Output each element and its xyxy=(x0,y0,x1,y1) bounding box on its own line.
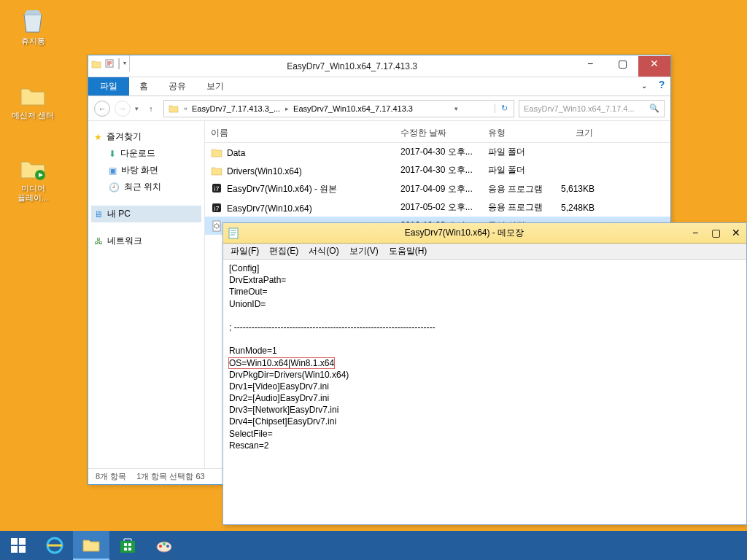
nav-favorites[interactable]: ★즐겨찾기 xyxy=(91,128,201,145)
svg-rect-9 xyxy=(11,538,18,545)
menu-help[interactable]: 도움말(H) xyxy=(389,245,427,257)
menu-edit[interactable]: 편집(E) xyxy=(269,245,298,257)
explorer-ribbon: 파일 홈 공유 보기 ⌄ ? xyxy=(88,77,670,96)
network-icon: 🖧 xyxy=(94,236,103,246)
notepad-titlebar[interactable]: EasyDrv7(Win10.x64) - 메모장 − ▢ ✕ xyxy=(223,223,746,244)
col-name[interactable]: 이름 xyxy=(205,124,395,142)
desktop-icon: ▣ xyxy=(109,166,117,176)
svg-rect-8 xyxy=(229,228,238,238)
nav-desktop[interactable]: ▣바탕 화면 xyxy=(91,162,201,179)
up-button[interactable]: ↑ xyxy=(143,101,159,117)
taskbar-ie[interactable] xyxy=(36,531,73,560)
menu-file[interactable]: 파일(F) xyxy=(231,245,259,257)
svg-rect-16 xyxy=(128,543,131,546)
folder-small-icon xyxy=(91,58,101,69)
pc-icon: 🖥 xyxy=(94,209,103,219)
explorer-nav: ← → ▾ ↑ « EasyDrv7_7.17.413.3_... ▸ Easy… xyxy=(88,96,670,121)
np-close-button[interactable]: ✕ xyxy=(726,225,746,241)
notepad-menubar: 파일(F) 편집(E) 서식(O) 보기(V) 도움말(H) xyxy=(223,244,746,260)
explorer-titlebar[interactable]: | ▾ EasyDrv7_Win10.x64_7.17.413.3 − ▢ ✕ xyxy=(88,55,670,77)
breadcrumb-seg-0[interactable]: EasyDrv7_7.17.413.3_... xyxy=(187,104,285,113)
svg-text:i7: i7 xyxy=(214,185,219,192)
svg-rect-12 xyxy=(19,546,26,553)
recycle-bin-icon xyxy=(18,6,47,35)
ribbon-tab-home[interactable]: 홈 xyxy=(129,77,158,96)
refresh-button[interactable]: ↻ xyxy=(495,104,514,113)
svg-rect-15 xyxy=(124,543,127,546)
nav-recent[interactable]: 🕘최근 위치 xyxy=(91,179,201,195)
folder-icon xyxy=(18,80,47,109)
ribbon-tab-view[interactable]: 보기 xyxy=(196,77,234,96)
taskbar-store[interactable] xyxy=(109,531,146,560)
np-maximize-button[interactable]: ▢ xyxy=(705,225,726,241)
notepad-icon xyxy=(228,228,239,239)
taskbar-explorer[interactable] xyxy=(73,531,109,560)
taskbar-paint[interactable] xyxy=(146,531,182,560)
col-type[interactable]: 유형 xyxy=(482,124,555,142)
menu-view[interactable]: 보기(V) xyxy=(349,245,379,257)
status-count: 8개 항목 xyxy=(96,471,126,482)
list-row[interactable]: Data 2017-04-30 오후... 파일 폴더 xyxy=(205,143,670,161)
notepad-title: EasyDrv7(Win10.x64) - 메모장 xyxy=(244,227,685,239)
svg-rect-11 xyxy=(11,546,18,553)
minimize-button[interactable]: − xyxy=(574,56,606,77)
highlighted-os-line: OS=Win10.x64|Win8.1.x64 xyxy=(229,358,334,368)
qat-separator: | xyxy=(117,57,120,70)
notepad-window: EasyDrv7(Win10.x64) - 메모장 − ▢ ✕ 파일(F) 편집… xyxy=(222,222,747,525)
svg-rect-10 xyxy=(19,538,26,545)
forward-button[interactable]: → xyxy=(115,101,131,117)
folder-path-icon xyxy=(169,103,179,113)
svg-rect-18 xyxy=(128,548,131,551)
address-bar[interactable]: « EasyDrv7_7.17.413.3_... ▸ EasyDrv7_Win… xyxy=(163,100,514,117)
svg-point-22 xyxy=(166,545,169,548)
search-box[interactable]: EasyDrv7_Win10.x64_7.17.4... 🔍 xyxy=(519,100,665,117)
ini-icon xyxy=(211,220,222,232)
svg-text:i7: i7 xyxy=(214,205,219,212)
svg-point-21 xyxy=(163,542,166,545)
maximize-button[interactable]: ▢ xyxy=(606,56,638,77)
np-minimize-button[interactable]: − xyxy=(685,225,705,241)
svg-point-20 xyxy=(159,545,162,548)
list-row[interactable]: i7EasyDrv7(Win10.x64) 2017-05-02 오후... 응… xyxy=(205,198,670,217)
ribbon-expand-icon[interactable]: ⌄ xyxy=(635,77,653,96)
recent-locations-button[interactable]: ▾ xyxy=(135,105,139,112)
exe-icon: i7 xyxy=(211,202,222,214)
nav-this-pc[interactable]: 🖥내 PC xyxy=(91,206,201,222)
list-row[interactable]: i7EasyDrv7(Win10.x64) - 원본 2017-04-09 오후… xyxy=(205,179,670,198)
svg-rect-17 xyxy=(124,548,127,551)
exe-icon: i7 xyxy=(211,182,222,194)
search-icon: 🔍 xyxy=(649,104,659,113)
status-selection: 1개 항목 선택함 63 xyxy=(136,471,205,482)
downloads-icon: ⬇ xyxy=(109,149,116,159)
col-size[interactable]: 크기 xyxy=(555,124,599,142)
col-date[interactable]: 수정한 날짜 xyxy=(395,124,482,142)
close-button[interactable]: ✕ xyxy=(638,56,670,77)
svg-rect-14 xyxy=(120,541,135,553)
explorer-title: EasyDrv7_Win10.x64_7.17.413.3 xyxy=(130,61,574,71)
desktop-icon-recycle-bin[interactable]: 휴지통 xyxy=(7,6,58,46)
list-row[interactable]: Drivers(Win10.x64) 2017-04-30 오후... 파일 폴… xyxy=(205,161,670,179)
qat-dropdown-icon[interactable]: ▾ xyxy=(123,60,126,66)
nav-downloads[interactable]: ⬇다운로드 xyxy=(91,145,201,162)
nav-pane: ★즐겨찾기 ⬇다운로드 ▣바탕 화면 🕘최근 위치 🖥내 PC 🖧네트워크 xyxy=(88,121,205,468)
desktop-icon-media-player[interactable]: 미디어 플레이... xyxy=(7,153,58,203)
taskbar xyxy=(0,531,747,560)
properties-icon[interactable] xyxy=(104,58,115,69)
notepad-textarea[interactable]: [Config] DrvExtraPath= TimeOut= UnionID=… xyxy=(223,260,746,524)
ribbon-tab-share[interactable]: 공유 xyxy=(158,77,196,96)
help-icon[interactable]: ? xyxy=(653,77,670,96)
folder-icon xyxy=(211,147,222,158)
ribbon-file-tab[interactable]: 파일 xyxy=(88,77,129,96)
folder-media-icon xyxy=(18,153,47,182)
menu-format[interactable]: 서식(O) xyxy=(309,245,338,257)
desktop-icon-messenger-center[interactable]: 메신저 센터 xyxy=(7,80,58,120)
start-button[interactable] xyxy=(0,531,36,560)
folder-icon xyxy=(211,165,222,176)
back-button[interactable]: ← xyxy=(94,101,110,117)
recent-icon: 🕘 xyxy=(109,182,120,192)
breadcrumb-seg-1[interactable]: EasyDrv7_Win10.x64_7.17.413.3 xyxy=(289,104,418,113)
nav-network[interactable]: 🖧네트워크 xyxy=(91,233,201,249)
